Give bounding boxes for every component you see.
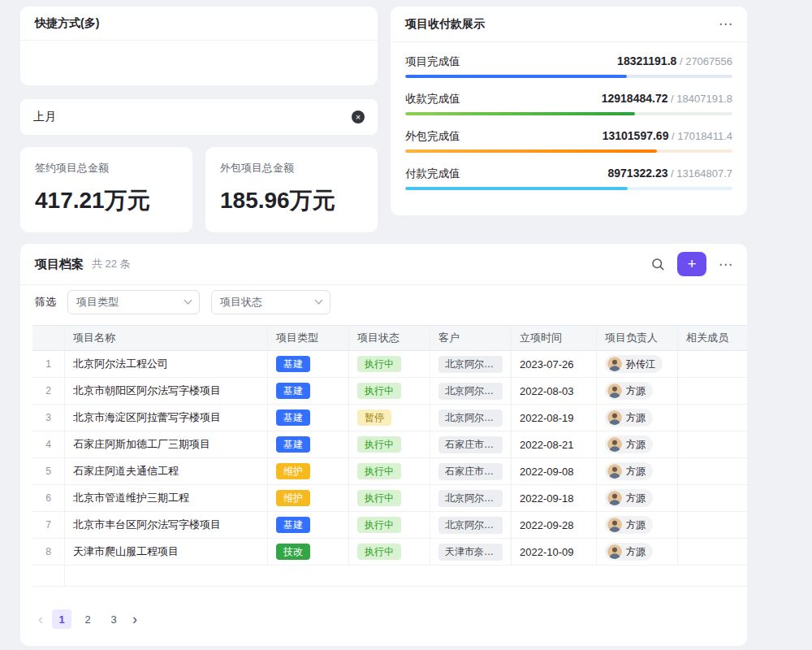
metric-top: 外包完成值 13101597.69 / 17018411.4 bbox=[405, 128, 732, 144]
metric-total: / 17018411.4 bbox=[668, 130, 732, 142]
avatar bbox=[607, 544, 622, 559]
customer-cell[interactable]: 石家庄市A县 bbox=[430, 458, 512, 484]
owner-pill: 方源 bbox=[605, 462, 653, 480]
metric-bar-track bbox=[405, 150, 732, 153]
clear-filter-icon[interactable]: × bbox=[352, 110, 365, 124]
project-name-cell[interactable]: 北京市管道维护三期工程 bbox=[65, 485, 268, 511]
left-column: 快捷方式(多) 上月 × 签约项目总金额 417.21万元 外包项目总金额 18… bbox=[20, 6, 378, 232]
table-row[interactable]: 7 北京市丰台区阿尔法写字楼项目 基建 执行中 北京阿尔法... 2022-09… bbox=[32, 512, 747, 539]
project-status-cell[interactable]: 执行中 bbox=[349, 378, 430, 404]
members-cell[interactable] bbox=[678, 512, 747, 538]
table-row[interactable]: 5 石家庄阿道夫通信工程 维护 执行中 石家庄市A县 2022-09-08 方源 bbox=[32, 458, 747, 485]
members-cell[interactable] bbox=[678, 485, 747, 511]
project-type-cell[interactable]: 维护 bbox=[268, 458, 349, 484]
row-index: 4 bbox=[32, 431, 65, 457]
table-row[interactable]: 4 石家庄阿斯加德工厂三期项目 基建 执行中 石家庄市A县... 2022-08… bbox=[32, 431, 747, 458]
owner-cell[interactable]: 方源 bbox=[597, 405, 678, 431]
date-cell[interactable]: 2022-09-28 bbox=[512, 512, 597, 538]
members-cell[interactable] bbox=[678, 458, 747, 484]
owner-pill: 方源 bbox=[605, 489, 653, 507]
table-row[interactable]: 3 北京市海淀区阿拉蕾写字楼项目 基建 暂停 北京阿尔法... 2022-08-… bbox=[32, 405, 747, 431]
more-icon[interactable]: ⋯ bbox=[719, 15, 732, 32]
customer-tag: 北京阿尔法... bbox=[438, 356, 503, 373]
customer-tag: 北京阿尔法... bbox=[438, 517, 503, 534]
project-status-cell[interactable]: 执行中 bbox=[349, 458, 430, 484]
project-type-cell[interactable]: 基建 bbox=[268, 351, 349, 377]
month-filter-pill[interactable]: 上月 × bbox=[20, 99, 378, 135]
project-name-cell[interactable]: 北京市朝阳区阿尔法写字楼项目 bbox=[65, 378, 268, 404]
date-cell[interactable]: 2022-08-19 bbox=[512, 405, 597, 431]
owner-cell[interactable]: 方源 bbox=[597, 431, 678, 457]
shortcuts-card: 快捷方式(多) bbox=[20, 6, 378, 85]
project-status-cell[interactable]: 执行中 bbox=[349, 539, 430, 565]
date-cell[interactable]: 2022-08-21 bbox=[512, 431, 597, 457]
project-name-cell[interactable]: 北京市丰台区阿尔法写字楼项目 bbox=[65, 512, 268, 538]
more-icon[interactable]: ⋯ bbox=[719, 256, 732, 273]
project-type-cell[interactable]: 维护 bbox=[268, 485, 349, 511]
page-button-2[interactable]: 2 bbox=[78, 609, 97, 629]
project-status-cell[interactable]: 执行中 bbox=[349, 431, 430, 457]
project-name-cell[interactable]: 石家庄阿道夫通信工程 bbox=[65, 458, 268, 484]
table-row[interactable]: 2 北京市朝阳区阿尔法写字楼项目 基建 执行中 北京阿尔法... 2022-08… bbox=[32, 378, 747, 405]
project-name: 北京市管道维护三期工程 bbox=[73, 491, 189, 505]
customer-cell[interactable]: 北京阿尔法... bbox=[430, 351, 512, 377]
table-row[interactable]: 8 天津市爬山服工程项目 技改 执行中 天津市奈文... 2022-10-09 … bbox=[32, 539, 747, 566]
project-date: 2022-09-08 bbox=[520, 466, 574, 478]
metrics-list: 项目完成值 18321191.8 / 27067556 收款完成值 129184… bbox=[391, 42, 747, 190]
project-type-cell[interactable]: 基建 bbox=[268, 512, 349, 538]
project-type-cell[interactable]: 技改 bbox=[268, 539, 349, 565]
table-row[interactable]: 6 北京市管道维护三期工程 维护 执行中 北京阿尔法... 2022-09-18… bbox=[32, 485, 747, 512]
date-cell[interactable]: 2022-09-18 bbox=[512, 485, 597, 511]
date-cell[interactable]: 2022-10-09 bbox=[512, 539, 597, 565]
members-cell[interactable] bbox=[678, 539, 747, 565]
owner-name: 方源 bbox=[626, 518, 646, 532]
page-button-1[interactable]: 1 bbox=[52, 609, 71, 629]
customer-cell[interactable]: 天津市奈文... bbox=[430, 539, 512, 565]
owner-cell[interactable]: 方源 bbox=[597, 485, 678, 511]
project-status-dropdown[interactable]: 项目状态 bbox=[211, 290, 330, 314]
project-status-cell[interactable]: 执行中 bbox=[349, 351, 430, 377]
owner-cell[interactable]: 方源 bbox=[597, 378, 678, 404]
payment-metric: 付款完成值 8971322.23 / 13164807.7 bbox=[405, 166, 732, 190]
add-record-button[interactable]: + bbox=[677, 252, 706, 276]
project-name-cell[interactable]: 北京市海淀区阿拉蕾写字楼项目 bbox=[65, 405, 268, 431]
owner-cell[interactable]: 孙传江 bbox=[597, 351, 678, 377]
project-name-cell[interactable]: 石家庄阿斯加德工厂三期项目 bbox=[65, 431, 268, 457]
members-cell[interactable] bbox=[678, 351, 747, 377]
dashboard-page: 快捷方式(多) 上月 × 签约项目总金额 417.21万元 外包项目总金额 18… bbox=[0, 0, 747, 646]
customer-cell[interactable]: 石家庄市A县... bbox=[430, 431, 512, 457]
prev-page-icon[interactable]: ‹ bbox=[36, 610, 45, 628]
search-icon[interactable] bbox=[650, 257, 665, 271]
project-type-cell[interactable]: 基建 bbox=[268, 378, 349, 404]
project-type-cell[interactable]: 基建 bbox=[268, 431, 349, 457]
date-cell[interactable]: 2023-07-26 bbox=[512, 351, 597, 377]
avatar bbox=[607, 357, 622, 371]
project-type-dropdown[interactable]: 项目类型 bbox=[67, 290, 200, 314]
type-badge: 维护 bbox=[276, 490, 310, 506]
next-page-icon[interactable]: › bbox=[130, 610, 140, 628]
owner-pill: 方源 bbox=[605, 409, 653, 427]
project-status-cell[interactable]: 执行中 bbox=[349, 512, 430, 538]
customer-cell[interactable]: 北京阿尔法... bbox=[430, 405, 512, 431]
customer-cell[interactable]: 北京阿尔法... bbox=[430, 378, 512, 404]
page-button-3[interactable]: 3 bbox=[104, 609, 123, 629]
project-name-cell[interactable]: 北京阿尔法工程公司 bbox=[65, 351, 268, 377]
project-status-cell[interactable]: 执行中 bbox=[349, 485, 430, 511]
owner-cell[interactable]: 方源 bbox=[597, 539, 678, 565]
members-cell[interactable] bbox=[678, 405, 747, 431]
project-name-cell[interactable]: 天津市爬山服工程项目 bbox=[65, 539, 268, 565]
table-row[interactable]: 1 北京阿尔法工程公司 基建 执行中 北京阿尔法... 2023-07-26 孙… bbox=[32, 351, 747, 378]
date-cell[interactable]: 2022-09-08 bbox=[512, 458, 597, 484]
members-cell[interactable] bbox=[678, 378, 747, 404]
owner-cell[interactable]: 方源 bbox=[597, 512, 678, 538]
project-status-cell[interactable]: 暂停 bbox=[349, 405, 430, 431]
members-cell[interactable] bbox=[678, 431, 747, 457]
project-type-cell[interactable]: 基建 bbox=[268, 405, 349, 431]
owner-cell[interactable]: 方源 bbox=[597, 458, 678, 484]
owner-name: 方源 bbox=[626, 438, 646, 452]
customer-cell[interactable]: 北京阿尔法... bbox=[430, 512, 512, 538]
date-cell[interactable]: 2022-08-03 bbox=[512, 378, 597, 404]
status-badge: 执行中 bbox=[357, 544, 401, 560]
customer-cell[interactable]: 北京阿尔法... bbox=[430, 485, 512, 511]
metric-label: 外包完成值 bbox=[405, 129, 460, 144]
